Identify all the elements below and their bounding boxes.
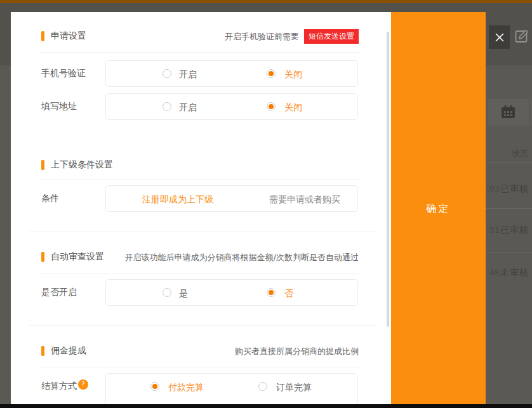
row-label-phone-verify: 手机号验证 [41, 68, 86, 79]
fill-address-options: 开启 关闭 [105, 93, 358, 120]
close-icon [494, 32, 505, 43]
screen: 状态 :03 已审核 :31 已审核 :48 未审核 申请设置 开启手机验证前需… [0, 0, 532, 408]
radio-label[interactable]: 订单完算 [276, 382, 312, 393]
row-label-enable: 是否开启 [41, 287, 77, 298]
divider [41, 52, 359, 53]
edit-icon [513, 28, 531, 46]
table-column-status: 状态 [512, 148, 528, 159]
divider [41, 273, 359, 273]
radio-label[interactable]: 是 [179, 288, 188, 299]
row-label-fill-address: 填写地址 [41, 101, 77, 112]
table-divider [486, 208, 532, 209]
radio-enable-no[interactable] [267, 288, 276, 297]
enable-options: 是 否 [105, 279, 358, 306]
divider [41, 179, 359, 180]
row-status: 已审核 [500, 183, 529, 195]
section-separator [29, 326, 378, 326]
radio-address-off[interactable] [267, 102, 276, 111]
section-separator [29, 232, 378, 232]
radio-settle-on-order[interactable] [258, 382, 267, 391]
row-label-condition: 条件 [41, 193, 59, 204]
settlement-options: 付款完算 订单完算 [105, 373, 358, 408]
radio-address-on[interactable] [163, 102, 171, 111]
radio-enable-yes[interactable] [163, 288, 171, 297]
option-register-becomes-hierarchy[interactable]: 注册即成为上下级 [142, 194, 213, 206]
confirm-button[interactable]: 确定 [391, 12, 486, 404]
modal-close-button[interactable] [489, 25, 510, 49]
radio-settle-on-payment[interactable] [150, 382, 159, 391]
row-time: :48 [486, 268, 500, 277]
help-icon[interactable]: ? [78, 379, 88, 390]
commission-note: 购买者直接所属分销商的提成比例 [41, 346, 359, 357]
radio-label[interactable]: 开启 [179, 69, 197, 81]
date-filter-button[interactable] [488, 99, 529, 126]
radio-label[interactable]: 否 [284, 288, 293, 299]
radio-label[interactable]: 关闭 [284, 102, 302, 114]
modal-scrollbar[interactable] [387, 32, 389, 327]
section-accent-bar [41, 160, 44, 170]
divider [41, 367, 359, 367]
phone-verify-options: 开启 关闭 [105, 60, 358, 87]
table-divider [486, 162, 532, 163]
radio-phone-verify-off[interactable] [267, 69, 276, 78]
condition-options: 注册即成为上下级 需要申请或者购买 [105, 185, 358, 212]
distribution-settings-modal: 申请设置 开启手机验证前需要 短信发送设置 手机号验证 开启 关闭 填写地址 开… [11, 12, 486, 404]
radio-label[interactable]: 付款完算 [168, 382, 204, 393]
auto-review-note: 开启该功能后申请成为分销商将根据金额/次数判断是否自动通过 [41, 252, 359, 263]
radio-label[interactable]: 开启 [179, 102, 197, 114]
section-title-hierarchy: 上下级条件设置 [41, 159, 113, 170]
apply-settings-note: 开启手机验证前需要 短信发送设置 [41, 29, 359, 44]
calendar-icon [500, 105, 517, 120]
row-status: 已审核 [500, 225, 529, 236]
row-time: :03 [486, 184, 500, 194]
radio-label[interactable]: 关闭 [284, 69, 302, 81]
row-time: :31 [486, 225, 500, 235]
sms-settings-badge[interactable]: 短信发送设置 [304, 29, 359, 44]
row-status: 未审核 [500, 267, 529, 279]
table-divider [486, 253, 532, 253]
option-apply-or-purchase[interactable]: 需要申请或者购买 [269, 194, 340, 206]
row-label-settlement: 结算方式 [41, 381, 77, 392]
bottom-edge-bar [0, 404, 532, 408]
radio-phone-verify-on[interactable] [163, 69, 171, 78]
edit-button[interactable] [513, 28, 531, 46]
